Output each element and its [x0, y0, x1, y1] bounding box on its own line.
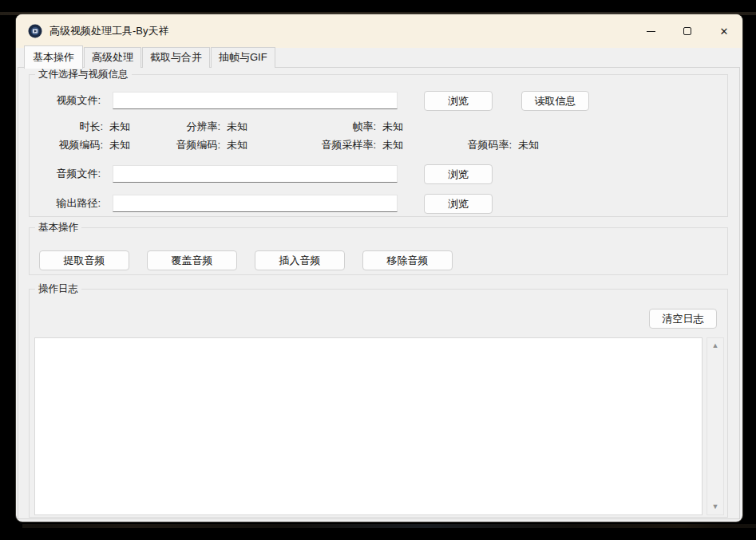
- video-browse-button[interactable]: 浏览: [424, 91, 493, 111]
- scroll-down-icon[interactable]: ▼: [712, 503, 719, 510]
- insert-audio-button[interactable]: 插入音频: [255, 250, 345, 270]
- audio-bitrate-label: 音频码率:: [413, 139, 512, 152]
- window-title: 高级视频处理工具-By天祥: [49, 24, 169, 38]
- minimize-icon: [647, 31, 655, 32]
- titlebar[interactable]: 高级视频处理工具-By天祥 ✕: [16, 14, 742, 48]
- read-info-button[interactable]: 读取信息: [521, 91, 589, 111]
- tab-advanced-processing[interactable]: 高级处理: [84, 47, 141, 68]
- output-path-label: 输出路径:: [30, 195, 101, 212]
- audio-samplerate-value: 未知: [382, 139, 403, 152]
- video-file-label: 视频文件:: [30, 92, 101, 109]
- basic-operations-groupbox: 基本操作 提取音频 覆盖音频 插入音频 移除音频: [29, 227, 728, 275]
- close-icon: ✕: [720, 26, 729, 37]
- output-browse-button[interactable]: 浏览: [424, 194, 493, 214]
- resolution-label: 分辨率:: [125, 120, 220, 133]
- log-groupbox: 操作日志 清空日志 ▲ ▼: [29, 289, 728, 518]
- app-window: 高级视频处理工具-By天祥 ✕ 基本操作 高级处理 截取与合并 抽帧与GIF 文…: [16, 14, 742, 522]
- maximize-icon: [683, 27, 691, 35]
- background-window-edge-bottom: [22, 524, 756, 528]
- basic-operations-group-title: 基本操作: [35, 221, 81, 235]
- framerate-value: 未知: [382, 120, 403, 133]
- output-path-input[interactable]: [113, 195, 398, 212]
- resolution-value: 未知: [227, 120, 247, 133]
- log-group-title: 操作日志: [35, 282, 81, 296]
- window-controls: ✕: [632, 14, 742, 48]
- tab-basic-operations[interactable]: 基本操作: [24, 45, 83, 69]
- audio-bitrate-value: 未知: [518, 139, 539, 152]
- audio-file-label: 音频文件:: [30, 165, 101, 183]
- app-icon: [28, 24, 42, 38]
- audio-samplerate-label: 音频采样率:: [269, 139, 376, 152]
- video-file-input[interactable]: [113, 92, 398, 109]
- tab-frames-and-gif[interactable]: 抽帧与GIF: [211, 47, 275, 68]
- tab-cut-and-merge[interactable]: 截取与合并: [142, 47, 210, 68]
- remove-audio-button[interactable]: 移除音频: [362, 250, 453, 270]
- audio-browse-button[interactable]: 浏览: [424, 164, 493, 184]
- duration-label: 时长:: [30, 120, 103, 133]
- minimize-button[interactable]: [632, 14, 669, 48]
- file-info-group-title: 文件选择与视频信息: [35, 68, 132, 81]
- audio-codec-label: 音频编码:: [125, 139, 220, 152]
- file-info-groupbox: 文件选择与视频信息 视频文件: 浏览 读取信息 时长: 未知 分辨率: 未知 帧…: [29, 74, 728, 217]
- extract-audio-button[interactable]: 提取音频: [39, 250, 129, 270]
- tab-content-basic-operations: 文件选择与视频信息 视频文件: 浏览 读取信息 时长: 未知 分辨率: 未知 帧…: [18, 67, 740, 519]
- audio-file-input[interactable]: [113, 165, 398, 183]
- close-button[interactable]: ✕: [706, 14, 742, 48]
- audio-codec-value: 未知: [227, 139, 247, 152]
- framerate-label: 帧率:: [269, 120, 376, 133]
- video-codec-label: 视频编码:: [30, 139, 103, 152]
- log-textarea[interactable]: [34, 337, 703, 515]
- clear-log-button[interactable]: 清空日志: [649, 309, 717, 329]
- log-scrollbar[interactable]: ▲ ▼: [707, 337, 724, 515]
- maximize-button[interactable]: [669, 14, 706, 48]
- log-area: ▲ ▼: [34, 337, 724, 515]
- tab-bar: 基本操作 高级处理 截取与合并 抽帧与GIF: [24, 46, 276, 68]
- scroll-up-icon[interactable]: ▲: [712, 342, 719, 349]
- overwrite-audio-button[interactable]: 覆盖音频: [147, 250, 237, 270]
